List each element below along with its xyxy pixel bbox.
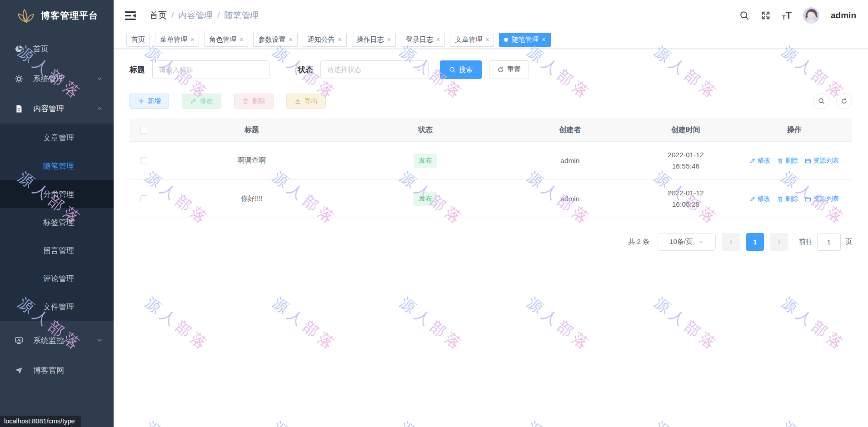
trash-icon <box>777 196 783 202</box>
row-checkbox[interactable] <box>140 157 147 164</box>
avatar-image <box>803 7 819 24</box>
cell-actions: 修改删除资源列表 <box>736 194 852 203</box>
active-tab-dot <box>504 38 508 42</box>
refresh-button[interactable] <box>836 93 852 109</box>
toggle-search-button[interactable] <box>813 93 829 109</box>
tab-close-icon[interactable]: × <box>289 36 292 43</box>
app-logo[interactable]: 博客管理平台 <box>0 0 114 31</box>
data-table: 标题 状态 创建者 创建时间 操作 啊调查啊 发布 admin 2022-01-… <box>130 119 852 218</box>
sidebar-subitem[interactable]: 随笔管理 <box>0 152 114 180</box>
edit-button[interactable]: 修改 <box>182 94 221 109</box>
tab-close-icon[interactable]: × <box>542 36 545 43</box>
search-icon[interactable] <box>739 10 749 20</box>
username[interactable]: admin <box>831 10 856 20</box>
tab[interactable]: 操作日志 × <box>352 33 396 47</box>
tab[interactable]: 首页 <box>126 33 150 47</box>
status-label: 状态 <box>298 65 313 75</box>
prev-page-button[interactable] <box>722 233 740 251</box>
reset-button[interactable]: 重置 <box>489 60 529 79</box>
row-resource-list-link[interactable]: 资源列表 <box>805 194 839 203</box>
pencil-icon <box>190 98 197 104</box>
tab-close-icon[interactable]: × <box>190 36 194 43</box>
current-page-button[interactable]: 1 <box>746 233 764 251</box>
goto-page-input[interactable] <box>817 233 841 251</box>
chevron-down-icon <box>96 337 103 343</box>
folder-icon <box>805 158 811 164</box>
row-edit-link[interactable]: 修改 <box>749 156 771 165</box>
breadcrumb-home[interactable]: 首页 <box>150 10 167 21</box>
export-button[interactable]: 导出 <box>286 94 326 109</box>
col-created-time: 创建时间 <box>635 124 737 136</box>
fullscreen-icon[interactable] <box>761 10 771 20</box>
tab[interactable]: 参数设置 × <box>253 33 297 47</box>
top-navbar: 首页 / 内容管理 / 随笔管理 TT admin <box>114 0 868 31</box>
search-icon <box>449 66 456 73</box>
sidebar-subitem[interactable]: 文件管理 <box>0 293 114 321</box>
sidebar-item-content[interactable]: 内容管理 <box>0 94 114 124</box>
add-button[interactable]: 新增 <box>130 94 169 109</box>
table-body: 啊调查啊 发布 admin 2022-01-12 16:55:46 修改删除资源… <box>130 142 852 218</box>
app-title: 博客管理平台 <box>41 10 98 22</box>
table-toolbar: 新增 修改 删除 导出 <box>130 93 852 109</box>
tab-close-icon[interactable]: × <box>239 36 243 43</box>
goto-label: 前往 <box>799 238 813 246</box>
tab[interactable]: 登录日志 × <box>401 33 445 47</box>
monitor-icon <box>15 336 23 345</box>
row-delete-link[interactable]: 删除 <box>777 156 798 165</box>
row-edit-link[interactable]: 修改 <box>749 194 771 203</box>
sidebar-subitem[interactable]: 评论管理 <box>0 264 114 293</box>
row-resource-list-link[interactable]: 资源列表 <box>805 156 839 165</box>
title-label: 标题 <box>130 65 145 75</box>
paper-plane-icon <box>15 366 23 375</box>
sidebar-subitem[interactable]: 留言管理 <box>0 236 114 264</box>
sidebar-subitem[interactable]: 标签管理 <box>0 208 114 236</box>
tab-close-icon[interactable]: × <box>436 36 440 43</box>
sidebar-item-blog-site[interactable]: 博客官网 <box>0 355 114 385</box>
sidebar-item-home[interactable]: 首页 <box>0 34 114 64</box>
cell-created-time: 2022-01-12 16:55:46 <box>635 149 737 171</box>
link-status-bar: localhost:8081/cms/type <box>0 416 81 427</box>
select-all-checkbox[interactable] <box>140 127 147 134</box>
page-unit-label: 页 <box>845 238 852 246</box>
tab[interactable]: 随笔管理 × <box>499 33 550 47</box>
tab-close-icon[interactable]: × <box>338 36 342 43</box>
sidebar-item-system[interactable]: 系统管理 <box>0 64 114 94</box>
tab-close-icon[interactable]: × <box>387 36 391 43</box>
search-button[interactable]: 搜索 <box>440 60 482 79</box>
row-delete-link[interactable]: 删除 <box>777 194 798 203</box>
download-icon <box>294 98 301 104</box>
tab[interactable]: 通知公告 × <box>303 33 347 47</box>
status-select[interactable]: 请选择状态 <box>320 60 429 79</box>
sidebar-item-monitor[interactable]: 系统监控 <box>0 325 114 355</box>
cell-actions: 修改删除资源列表 <box>736 156 852 165</box>
trash-icon <box>242 98 249 104</box>
content-submenu: 文章管理 随笔管理 分类管理 标签管理 留言管理 评论管理 文件管理 <box>0 124 114 321</box>
table-row: 啊调查啊 发布 admin 2022-01-12 16:55:46 修改删除资源… <box>130 142 852 180</box>
sidebar-subitem[interactable]: 文章管理 <box>0 124 114 152</box>
sidebar-menu: 首页 系统管理 内容管理 文章管理 随笔管理 分类管理 标签管理 留言管理 评论… <box>0 31 114 385</box>
tab[interactable]: 文章管理 × <box>450 33 494 47</box>
next-page-button[interactable] <box>770 233 788 251</box>
plus-icon <box>138 98 145 104</box>
tab[interactable]: 菜单管理 × <box>155 33 199 47</box>
breadcrumb: 首页 / 内容管理 / 随笔管理 <box>150 10 259 21</box>
page-size-select[interactable]: 10条/页 <box>658 233 716 251</box>
chevron-down-icon <box>698 239 704 245</box>
chevron-right-icon <box>776 238 783 245</box>
table-header: 标题 状态 创建者 创建时间 操作 <box>130 119 852 142</box>
total-count: 共 2 条 <box>628 238 649 246</box>
delete-button[interactable]: 删除 <box>234 94 274 109</box>
status-badge: 发布 <box>414 154 437 168</box>
title-input[interactable] <box>152 60 269 79</box>
refresh-icon <box>497 66 504 73</box>
col-title: 标题 <box>158 125 346 135</box>
tab[interactable]: 角色管理 × <box>204 33 248 47</box>
breadcrumb-page: 随笔管理 <box>224 10 259 21</box>
sidebar-fold-icon[interactable] <box>125 10 137 22</box>
sidebar-subitem[interactable]: 分类管理 <box>0 180 114 208</box>
row-checkbox[interactable] <box>140 195 147 202</box>
avatar[interactable] <box>803 7 819 24</box>
tab-close-icon[interactable]: × <box>485 36 489 43</box>
col-creator: 创建者 <box>505 125 635 135</box>
font-size-icon[interactable]: TT <box>782 10 792 20</box>
